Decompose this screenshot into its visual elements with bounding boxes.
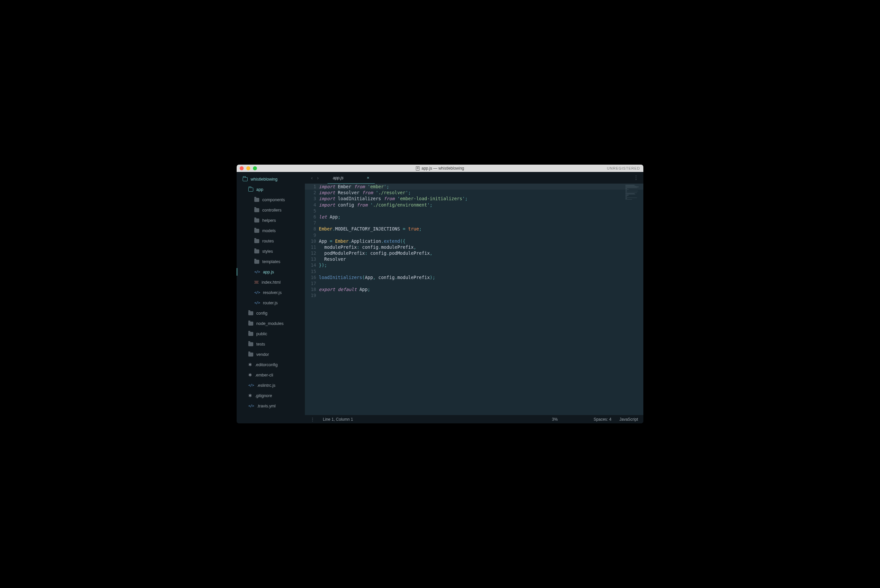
tab-app-js[interactable]: app.js ×: [328, 172, 375, 184]
tree-item-label: styles: [262, 249, 273, 254]
tree-item-routes[interactable]: routes: [237, 236, 305, 246]
code-line[interactable]: export default App;: [319, 286, 643, 292]
close-tab-icon[interactable]: ×: [367, 175, 369, 180]
project-root[interactable]: whistleblowing: [237, 174, 305, 184]
code-line[interactable]: podModulePrefix: config.podModulePrefix,: [319, 250, 643, 256]
tree-item-tests[interactable]: tests: [237, 339, 305, 349]
code-line[interactable]: Ember.MODEL_FACTORY_INJECTIONS = true;: [319, 226, 643, 232]
tree-item-label: controllers: [262, 208, 281, 213]
folder-open-icon: [243, 177, 248, 181]
folder-icon: [254, 198, 259, 202]
gutter: 12345678910111213141516171819: [305, 184, 319, 415]
maximize-window-icon[interactable]: [253, 166, 257, 170]
nav-forward-icon[interactable]: ›: [315, 172, 321, 184]
config-file-icon: ✱: [248, 372, 252, 378]
cursor-position[interactable]: Line 1, Column 1: [323, 417, 353, 422]
tree-item-components[interactable]: components: [237, 195, 305, 205]
minimap[interactable]: [626, 185, 642, 205]
tree-item--editorconfig[interactable]: ✱.editorconfig: [237, 360, 305, 370]
tree-item-node_modules[interactable]: node_modules: [237, 318, 305, 328]
minimize-window-icon[interactable]: [246, 166, 250, 170]
code-line[interactable]: import Resolver from './resolver';: [319, 190, 643, 195]
tree-item--ember-cli[interactable]: ✱.ember-cli: [237, 370, 305, 380]
code-line[interactable]: import loadInitializers from 'ember-load…: [319, 195, 643, 201]
tree-item-label: vendor: [256, 352, 269, 357]
code-line[interactable]: [319, 268, 643, 274]
titlebar: app.js — whistleblowing UNREGISTERED: [237, 165, 643, 172]
tree-item-styles[interactable]: styles: [237, 246, 305, 256]
folder-label: app: [256, 187, 263, 192]
tree-item--eslintrc-js[interactable]: </>.eslintrc.js: [237, 380, 305, 390]
tree-item-label: components: [262, 198, 285, 202]
folder-icon: [254, 229, 259, 233]
scroll-percent: 3%: [552, 417, 558, 422]
code-line[interactable]: [319, 220, 643, 226]
tree-item-router-js[interactable]: </>router.js: [237, 298, 305, 308]
window-title: app.js — whistleblowing: [416, 166, 464, 171]
folder-app[interactable]: app: [237, 184, 305, 195]
folder-icon: [248, 342, 253, 346]
tree-item-index-html[interactable]: index.html: [237, 277, 305, 287]
html-file-icon: [254, 281, 259, 284]
folder-icon: [248, 322, 253, 326]
project-root-label: whistleblowing: [251, 177, 278, 182]
tree-item-app-js[interactable]: </>app.js: [237, 267, 305, 277]
tree-item-label: routes: [262, 239, 274, 243]
title-text: app.js — whistleblowing: [421, 166, 464, 171]
code-line[interactable]: import config from './config/environment…: [319, 202, 643, 208]
close-window-icon[interactable]: [240, 166, 244, 170]
tree-item-models[interactable]: models: [237, 225, 305, 236]
tab-menu-icon[interactable]: ⋮: [633, 172, 643, 184]
tree-item-controllers[interactable]: controllers: [237, 205, 305, 215]
config-file-icon: ✱: [248, 393, 252, 398]
folder-icon: [254, 249, 259, 254]
folder-icon: [254, 260, 259, 264]
tree-item-label: helpers: [262, 218, 276, 223]
config-file-icon: ✱: [248, 362, 252, 367]
tree-item-label: .travis.yml: [257, 404, 275, 408]
tree-item--travis-yml[interactable]: </>.travis.yml: [237, 401, 305, 411]
code-line[interactable]: import Ember from 'ember';: [305, 184, 643, 190]
code-file-icon: </>: [248, 383, 254, 387]
tree-item-resolver-js[interactable]: </>resolver.js: [237, 287, 305, 298]
folder-icon: [254, 239, 259, 243]
window-controls: [237, 166, 257, 170]
code-line[interactable]: [319, 292, 643, 298]
code-line[interactable]: [319, 232, 643, 238]
document-icon: [416, 166, 420, 171]
tree-item-templates[interactable]: templates: [237, 256, 305, 267]
file-tree-sidebar[interactable]: whistleblowing app componentscontrollers…: [237, 172, 305, 423]
code-file-icon: </>: [254, 301, 260, 305]
tab-label: app.js: [333, 176, 343, 180]
syntax-mode[interactable]: JavaScript: [620, 417, 638, 422]
tree-item-label: index.html: [262, 280, 281, 285]
tree-item-label: .editorconfig: [255, 363, 278, 367]
code-line[interactable]: [319, 280, 643, 286]
tree-item-label: node_modules: [256, 321, 284, 326]
code-file-icon: </>: [254, 270, 260, 274]
code-line[interactable]: App = Ember.Application.extend({: [319, 238, 643, 244]
tab-bar: ‹ › app.js × ⋮: [305, 172, 643, 184]
tree-item-public[interactable]: public: [237, 328, 305, 339]
editor-window: app.js — whistleblowing UNREGISTERED whi…: [237, 165, 643, 423]
tree-item-helpers[interactable]: helpers: [237, 215, 305, 225]
code-line[interactable]: });: [319, 262, 643, 268]
code-line[interactable]: loadInitializers(App, config.modulePrefi…: [319, 274, 643, 280]
code-line[interactable]: Resolver: [319, 256, 643, 262]
nav-back-icon[interactable]: ‹: [309, 172, 315, 184]
code-line[interactable]: let App;: [319, 214, 643, 220]
tree-item--gitignore[interactable]: ✱.gitignore: [237, 390, 305, 401]
code-line[interactable]: modulePrefix: config.modulePrefix,: [319, 244, 643, 250]
tree-item-vendor[interactable]: vendor: [237, 349, 305, 360]
indent-setting[interactable]: Spaces: 4: [594, 417, 611, 422]
code-area[interactable]: import Ember from 'ember';import Resolve…: [319, 184, 643, 415]
tree-item-config[interactable]: config: [237, 308, 305, 318]
code-line[interactable]: [319, 208, 643, 214]
tree-item-label: models: [262, 228, 275, 233]
registration-status: UNREGISTERED: [607, 166, 640, 170]
code-editor[interactable]: 12345678910111213141516171819 import Emb…: [305, 184, 643, 415]
status-menu-icon[interactable]: ⋮: [310, 417, 315, 422]
tree-item-label: router.js: [263, 301, 278, 305]
tree-item-label: templates: [262, 260, 280, 264]
folder-icon: [248, 332, 253, 336]
